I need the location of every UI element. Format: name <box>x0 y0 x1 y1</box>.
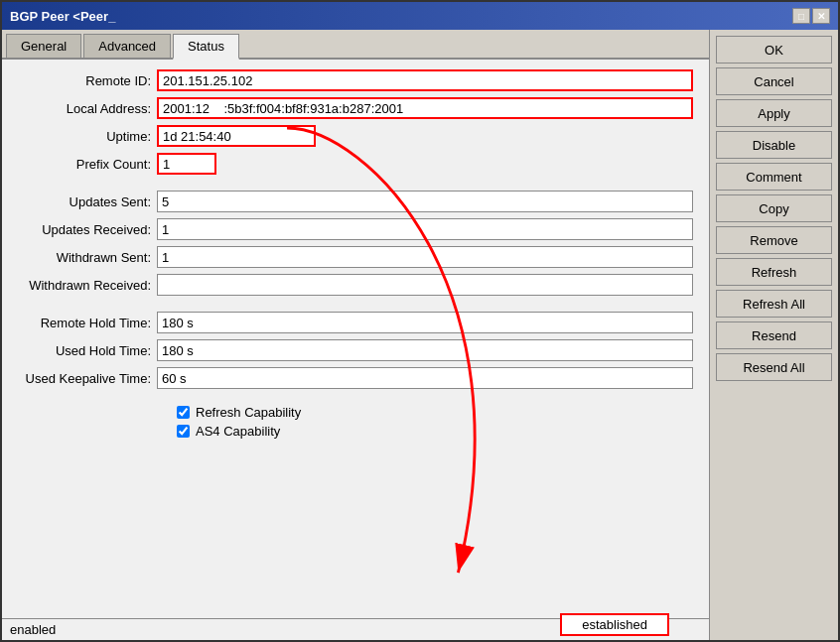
refresh-capability-row: Refresh Capability <box>177 405 693 420</box>
uptime-row: Uptime: <box>18 125 693 147</box>
prefix-count-input[interactable] <box>157 153 216 175</box>
status-established: established <box>560 613 669 636</box>
refresh-button[interactable]: Refresh <box>716 258 832 286</box>
remote-hold-time-input[interactable] <box>157 312 693 333</box>
remote-id-label: Remote ID: <box>18 73 157 88</box>
as4-capability-checkbox[interactable] <box>177 425 190 438</box>
used-keepalive-time-input[interactable] <box>157 367 693 389</box>
remote-hold-time-label: Remote Hold Time: <box>18 316 157 330</box>
local-address-input[interactable] <box>157 97 693 119</box>
local-address-row: Local Address: <box>18 97 693 119</box>
withdrawn-received-input[interactable] <box>157 274 693 296</box>
as4-capability-label: AS4 Capability <box>196 424 280 439</box>
used-keepalive-time-row: Used Keepalive Time: <box>18 367 693 389</box>
withdrawn-sent-row: Withdrawn Sent: <box>18 246 693 268</box>
remote-hold-time-row: Remote Hold Time: <box>18 312 693 333</box>
used-hold-time-row: Used Hold Time: <box>18 339 693 361</box>
remove-button[interactable]: Remove <box>716 226 832 254</box>
comment-button[interactable]: Comment <box>716 163 832 191</box>
used-keepalive-time-label: Used Keepalive Time: <box>18 371 157 386</box>
title-bar: BGP Peer <Peer_ □ ✕ <box>2 2 838 30</box>
right-panel: OK Cancel Apply Disable Comment Copy Rem… <box>709 30 838 640</box>
resend-button[interactable]: Resend <box>716 321 832 349</box>
updates-received-label: Updates Received: <box>18 222 157 237</box>
refresh-capability-checkbox[interactable] <box>177 406 190 419</box>
remote-id-row: Remote ID: <box>18 69 693 91</box>
close-button[interactable]: ✕ <box>812 8 830 24</box>
title-bar-buttons: □ ✕ <box>792 8 830 24</box>
ok-button[interactable]: OK <box>716 36 832 64</box>
window-title: BGP Peer <Peer_ <box>10 9 115 24</box>
disable-button[interactable]: Disable <box>716 131 832 159</box>
cancel-button[interactable]: Cancel <box>716 67 832 95</box>
local-address-label: Local Address: <box>18 101 157 116</box>
resend-all-button[interactable]: Resend All <box>716 353 832 381</box>
main-panel: General Advanced Status Remote ID: Local… <box>2 30 709 640</box>
uptime-label: Uptime: <box>18 129 157 144</box>
withdrawn-sent-input[interactable] <box>157 246 693 268</box>
updates-received-input[interactable] <box>157 218 693 240</box>
prefix-count-label: Prefix Count: <box>18 157 157 172</box>
used-hold-time-label: Used Hold Time: <box>18 343 157 358</box>
tab-status[interactable]: Status <box>173 34 239 60</box>
updates-sent-row: Updates Sent: <box>18 191 693 212</box>
tab-advanced[interactable]: Advanced <box>83 34 171 58</box>
withdrawn-sent-label: Withdrawn Sent: <box>18 250 157 265</box>
apply-button[interactable]: Apply <box>716 99 832 127</box>
used-hold-time-input[interactable] <box>157 339 693 361</box>
copy-button[interactable]: Copy <box>716 194 832 222</box>
form-content: Remote ID: Local Address: Uptime: Prefix… <box>2 60 709 618</box>
prefix-count-row: Prefix Count: <box>18 153 693 175</box>
updates-received-row: Updates Received: <box>18 218 693 240</box>
as4-capability-row: AS4 Capability <box>177 424 693 439</box>
remote-id-input[interactable] <box>157 69 693 91</box>
updates-sent-input[interactable] <box>157 191 693 212</box>
refresh-capability-label: Refresh Capability <box>196 405 301 420</box>
content-area: General Advanced Status Remote ID: Local… <box>2 30 838 640</box>
tab-general[interactable]: General <box>6 34 81 58</box>
status-bar: enabled established <box>2 618 709 640</box>
updates-sent-label: Updates Sent: <box>18 194 157 209</box>
refresh-all-button[interactable]: Refresh All <box>716 290 832 318</box>
uptime-input[interactable] <box>157 125 316 147</box>
withdrawn-received-label: Withdrawn Received: <box>18 278 157 293</box>
maximize-button[interactable]: □ <box>792 8 810 24</box>
withdrawn-received-row: Withdrawn Received: <box>18 274 693 296</box>
tab-bar: General Advanced Status <box>2 30 709 60</box>
main-window: BGP Peer <Peer_ □ ✕ General Advanced Sta… <box>0 0 840 642</box>
